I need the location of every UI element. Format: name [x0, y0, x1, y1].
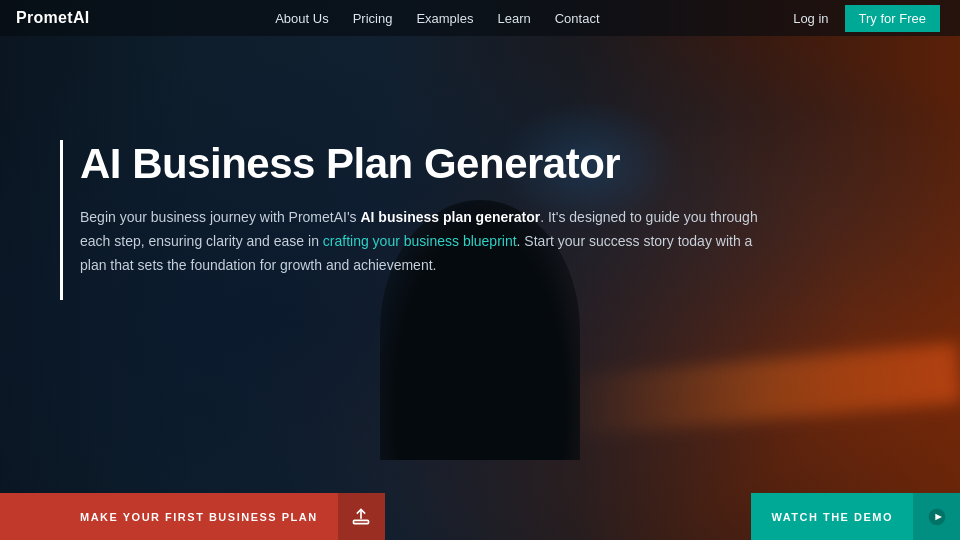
nav-learn[interactable]: Learn [497, 11, 530, 26]
try-free-button[interactable]: Try for Free [845, 5, 940, 32]
cta-left-container: MAKE YOUR FIRST BUSINESS PLAN [0, 493, 385, 540]
nav-examples[interactable]: Examples [416, 11, 473, 26]
main-nav: PrometAI About Us Pricing Examples Learn… [0, 0, 960, 36]
make-plan-button[interactable]: MAKE YOUR FIRST BUSINESS PLAN [80, 511, 338, 523]
nav-about[interactable]: About Us [275, 11, 328, 26]
accent-line-decoration [60, 140, 63, 300]
hero-description: Begin your business journey with PrometA… [80, 206, 760, 277]
hero-desc-bold: AI business plan generator [360, 209, 540, 225]
svg-rect-0 [354, 520, 369, 523]
watch-demo-icon-button[interactable] [913, 493, 960, 540]
nav-pricing[interactable]: Pricing [353, 11, 393, 26]
hero-content: AI Business Plan Generator Begin your bu… [80, 140, 780, 278]
brand-logo: PrometAI [16, 9, 90, 27]
bottom-bar: MAKE YOUR FIRST BUSINESS PLAN WATCH THE … [0, 493, 960, 540]
play-icon [927, 507, 947, 527]
upload-icon [351, 507, 371, 527]
make-plan-icon-button[interactable] [338, 493, 385, 540]
hero-desc-link[interactable]: crafting your business blueprint [323, 233, 517, 249]
nav-actions: Log in Try for Free [785, 5, 940, 32]
cta-right-container: WATCH THE DEMO [751, 493, 960, 540]
login-button[interactable]: Log in [785, 7, 836, 30]
hero-desc-part1: Begin your business journey with PrometA… [80, 209, 360, 225]
nav-contact[interactable]: Contact [555, 11, 600, 26]
hero-title: AI Business Plan Generator [80, 140, 780, 188]
watch-demo-button[interactable]: WATCH THE DEMO [751, 511, 913, 523]
bottom-bar-spacer [385, 493, 752, 540]
nav-links: About Us Pricing Examples Learn Contact [275, 11, 599, 26]
